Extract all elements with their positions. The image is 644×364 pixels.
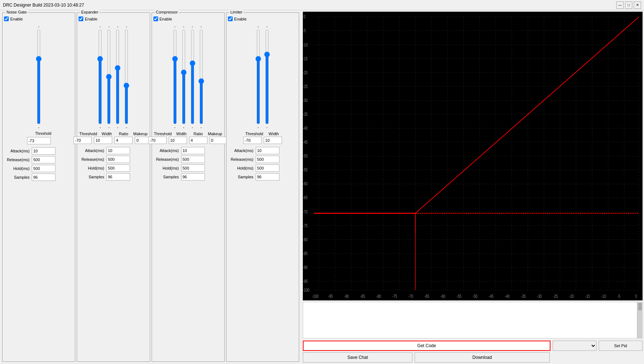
limiter-threshold-input[interactable] [243,137,262,144]
svg-text:-35: -35 [521,293,526,299]
limiter-release-input[interactable] [256,156,279,163]
compressor-fields: Attack(ms) Release(ms) Hold(ms) Samples [153,147,223,181]
exp-slider-col-2: - - [106,24,112,130]
noise-gate-samples-input[interactable] [32,174,56,181]
limiter-hold-input[interactable] [256,164,279,172]
exp-s2-top: - [108,24,110,29]
limiter-slider-2[interactable] [264,29,270,124]
limiter-enable-checkbox[interactable] [228,16,233,21]
noise-gate-slider[interactable] [35,29,42,124]
noise-gate-hold-input[interactable] [32,165,56,172]
noise-gate-sliders: - - [4,24,73,130]
svg-text:-85: -85 [360,293,365,299]
main-content: Noise Gate Enable - - Threshold Att [0,10,644,364]
comp-s1-bottom: - [174,125,176,129]
svg-text:-90: -90 [303,265,308,270]
compressor-slider-4[interactable] [198,29,205,124]
svg-text:-45: -45 [489,293,494,299]
expander-attack-input[interactable] [106,147,130,154]
lim-release-label: Release(ms) [228,157,254,162]
chat-scrollbar[interactable] [637,302,642,338]
noise-gate-threshold-input[interactable] [27,137,51,144]
compressor-slider-3[interactable] [189,29,196,124]
exp-attack-row: Attack(ms) [79,147,148,154]
get-code-button[interactable]: Get Code [303,341,550,351]
expander-enable-checkbox[interactable] [79,16,83,21]
comp-slider-col-3: - - [189,24,196,130]
expander-samples-input[interactable] [106,173,130,181]
compressor-threshold-input[interactable] [148,137,167,144]
comp-width-label: Width [174,132,189,136]
limiter-attack-input[interactable] [256,147,279,154]
svg-text:-85: -85 [303,251,308,256]
chat-area[interactable] [303,302,643,338]
noise-gate-slider-col: - - [35,24,42,130]
maximize-button[interactable]: □ [625,1,632,9]
compressor-enable-checkbox[interactable] [153,16,158,21]
noise-gate-enable-checkbox[interactable] [4,16,9,21]
bottom-row-1: Get Code Option 1 Option 2 Set Pid [303,341,643,351]
noise-gate-release-input[interactable] [32,156,56,163]
svg-text:-30: -30 [303,98,308,103]
compressor-attack-input[interactable] [181,147,205,154]
expander-release-input[interactable] [106,156,130,163]
compressor-samples-input[interactable] [181,173,205,181]
expander-hold-input[interactable] [106,164,130,172]
limiter-fields: Attack(ms) Release(ms) Hold(ms) Samples [228,147,297,181]
exp-s3-top: - [117,24,119,29]
expander-slider-4[interactable] [123,29,130,124]
left-panel: Noise Gate Enable - - Threshold Att [0,10,301,364]
pid-dropdown[interactable]: Option 1 Option 2 [553,341,597,351]
exp-s2-bottom: - [108,125,110,129]
lim-width-label: Width [266,132,281,136]
noise-gate-enable-row: Enable [4,16,73,21]
close-button[interactable]: ✕ [634,1,641,9]
chart-area: 0 -5 -10 -15 -20 -25 -30 -35 -40 -45 -50… [303,12,643,300]
exp-width-label: Width [99,132,114,136]
noise-gate-fields: Attack(ms) Release(ms) Hold(ms) Samples [4,147,73,181]
svg-text:-15: -15 [585,293,590,299]
limiter-samples-input[interactable] [256,173,279,181]
expander-slider-3[interactable] [114,29,121,124]
set-pid-button[interactable]: Set Pid [599,341,643,351]
chat-scrollbar-thumb[interactable] [638,303,642,310]
compressor-width-input[interactable] [169,137,187,144]
compressor-slider-1[interactable] [172,29,178,124]
noise-gate-attack-input[interactable] [32,147,56,155]
lim-s2-top: - [266,24,268,29]
save-chat-button[interactable]: Save Chat [303,352,412,363]
download-button[interactable]: Download [415,352,550,363]
svg-text:-5: -5 [617,293,620,299]
limiter-width-input[interactable] [264,137,282,144]
expander-ratio-input[interactable] [114,137,133,144]
compressor-ratio-input[interactable] [189,137,207,144]
limiter-sliders: - - - - [228,24,297,130]
compressor-hold-input[interactable] [181,164,205,172]
svg-text:-5: -5 [303,28,306,33]
expander-threshold-input[interactable] [73,137,92,144]
lim-slider-col-2: - - [264,24,270,130]
exp-ratio-label: Ratio [116,132,131,136]
svg-text:-25: -25 [553,293,558,299]
compressor-enable-row: Enable [153,16,223,21]
comp-s4-bottom: - [201,125,202,129]
lim-slider-col-1: - - [255,24,262,130]
expander-slider-1[interactable] [97,29,103,124]
compressor-slider-2[interactable] [180,29,187,124]
compressor-makeup-input[interactable] [210,137,228,144]
minimize-button[interactable]: — [616,1,624,9]
noise-gate-section: Noise Gate Enable - - Threshold Att [2,12,75,362]
bottom-row-2: Save Chat Download [303,352,643,363]
expander-section: Expander Enable - - - - - [77,12,150,362]
bottom-controls: Get Code Option 1 Option 2 Set Pid Save … [303,341,643,363]
limiter-enable-label: Enable [234,17,247,21]
comp-slider-col-4: - - [198,24,205,130]
expander-width-input[interactable] [94,137,112,144]
comp-attack-row: Attack(ms) [153,147,223,154]
noise-gate-title: Noise Gate [5,10,28,14]
expander-slider-2[interactable] [106,29,112,124]
compressor-release-input[interactable] [181,156,205,163]
chart-svg: 0 -5 -10 -15 -20 -25 -30 -35 -40 -45 -50… [303,12,643,300]
comp-s1-top: - [174,24,176,29]
limiter-slider-1[interactable] [255,29,262,124]
